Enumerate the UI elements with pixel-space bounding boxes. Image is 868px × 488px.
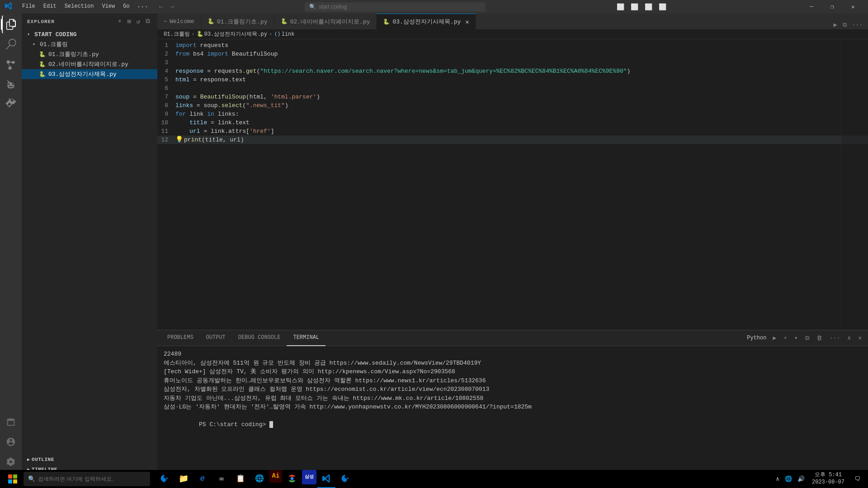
new-file-button[interactable]: + (116, 17, 123, 26)
terminal-run-button[interactable]: ▶ (770, 333, 779, 343)
taskbar-app-edge[interactable] (156, 470, 174, 488)
menu-file[interactable]: File (19, 2, 39, 11)
terminal-line-6: 삼성·LG는 '자동차' 현대차는 '전자'…탈영역 가속 http://www… (164, 403, 862, 412)
taskbar-clock[interactable]: 오후 5:41 2023-08-07 (808, 472, 848, 486)
line-number-7: 7 (157, 93, 175, 101)
activity-account[interactable] (2, 433, 20, 451)
py-tab-icon-1: 🐍 (281, 18, 288, 25)
layout-btn-1[interactable]: ⬜ (614, 2, 627, 12)
terminal-trash-button[interactable]: 🗑 (814, 333, 825, 343)
taskbar-app-vscode[interactable] (317, 470, 335, 488)
taskbar-app-ie[interactable]: e (193, 470, 212, 488)
code-line-1: 1 import requests (157, 41, 868, 50)
breadcrumb-part-0[interactable]: 01.크롤링 (164, 30, 190, 38)
menu-edit[interactable]: Edit (40, 2, 60, 11)
breadcrumb-separator-1: › (269, 31, 272, 38)
terminal-maximize-button[interactable]: ∧ (844, 333, 854, 343)
menu-bar: File Edit Selection View Go ··· (19, 2, 151, 11)
svg-rect-0 (8, 474, 12, 479)
tab-terminal[interactable]: TERMINAL (287, 330, 326, 346)
layout-btn-2[interactable]: ⬜ (628, 2, 641, 12)
menu-selection[interactable]: Selection (61, 2, 98, 11)
breadcrumb-part-1[interactable]: 🐍03.삼성전자기사제목.py (197, 30, 267, 38)
python-file-icon-1: 🐍 (39, 61, 46, 68)
taskbar-volume-icon[interactable]: 🔊 (796, 474, 807, 484)
new-folder-button[interactable]: ⊞ (125, 17, 132, 26)
taskbar-app-chrome[interactable] (283, 470, 301, 488)
vscode-logo-icon (5, 2, 13, 12)
code-editor[interactable]: 1 import requests 2 from bs4 import Beau… (157, 39, 868, 330)
tab-debug-console[interactable]: DEBUG CONSOLE (232, 330, 287, 346)
file-item-1[interactable]: 🐍 02.네이버를시작페이지로.py (22, 59, 157, 69)
restore-button[interactable]: ❐ (822, 0, 843, 14)
line-content-10: title = link.text (175, 118, 868, 127)
tab-welcome[interactable]: ~ Welcome (157, 14, 201, 29)
tab-file-0[interactable]: 🐍 01.크롤링기초.py (201, 14, 274, 29)
taskbar: 🔍 📁 e ✉ 📋 🌐 Ai 삼성 ∧ 🌐 🔊 오후 5:41 2023-08-… (0, 470, 868, 488)
py-tab-icon-0: 🐍 (208, 18, 214, 25)
terminal-actions: Python ▶ + ▾ ⧉ 🗑 ··· ∧ ✕ (747, 333, 864, 343)
tab-close-button[interactable]: ✕ (465, 18, 469, 26)
taskbar-network-icon[interactable]: 🌐 (783, 474, 794, 484)
outline-section[interactable]: ▶ OUTLINE (22, 455, 157, 465)
breadcrumb-part-2[interactable]: ⟨⟩link (274, 31, 294, 38)
taskbar-search[interactable]: 🔍 (24, 472, 150, 486)
terminal-add-button[interactable]: + (781, 333, 790, 343)
layout-btn-4[interactable]: ⬜ (656, 2, 669, 12)
code-line-12: 12 💡print(title, url) (157, 136, 868, 144)
terminal-dropdown-button[interactable]: ▾ (792, 333, 801, 343)
refresh-button[interactable]: ↺ (135, 17, 142, 26)
taskbar-app-6[interactable]: 🌐 (250, 470, 269, 488)
activity-source-control[interactable] (2, 55, 20, 73)
tab-output[interactable]: OUTPUT (200, 330, 232, 346)
taskbar-app-mail[interactable]: ✉ (212, 470, 231, 488)
collapse-button[interactable]: ⧉ (144, 17, 152, 26)
python-label: Python (747, 335, 766, 341)
start-button[interactable] (4, 470, 22, 488)
taskbar-up-arrow-icon[interactable]: ∧ (774, 474, 781, 484)
activity-extensions[interactable] (2, 95, 20, 113)
taskbar-app-illustrator[interactable]: Ai (269, 470, 282, 483)
file-item-0[interactable]: 🐍 01.크롤링기초.py (22, 49, 157, 59)
menu-more[interactable]: ··· (134, 2, 151, 11)
taskbar-app-5[interactable]: 📋 (231, 470, 250, 488)
sidebar-header: EXPLORER + ⊞ ↺ ⧉ (22, 14, 157, 29)
taskbar-search-input[interactable] (38, 476, 128, 482)
sidebar: EXPLORER + ⊞ ↺ ⧉ ▾ START CODING ▾ 01.크롤링… (22, 14, 157, 474)
activity-settings[interactable] (2, 453, 20, 471)
line-content-8: links = soup.select(".news_tit") (175, 101, 868, 110)
run-button[interactable]: ▶ (832, 20, 839, 29)
file-item-2[interactable]: 🐍 03.삼성전자기사제목.py (22, 69, 157, 79)
forward-button[interactable]: → (167, 2, 176, 11)
split-editor-button[interactable]: ⧉ (841, 21, 849, 29)
tab-label-0: 01.크롤링기초.py (217, 18, 268, 26)
menu-view[interactable]: View (98, 2, 118, 11)
title-search-bar[interactable]: 🔍 (305, 2, 486, 12)
taskbar-app-edge2[interactable] (336, 470, 354, 488)
activity-run-debug[interactable] (2, 75, 20, 93)
tabs-more-button[interactable]: ··· (850, 21, 864, 29)
taskbar-app-explorer[interactable]: 📁 (175, 470, 193, 488)
line-number-1: 1 (157, 41, 175, 50)
minimize-button[interactable]: — (801, 0, 822, 14)
terminal-content[interactable]: 22489 에스티아이, 삼성전자에 511억 원 규모 반도체 장비 공급 h… (157, 346, 868, 474)
tab-file-1[interactable]: 🐍 02.네이버를시작페이지로.py (274, 14, 377, 29)
code-line-8: 8 links = soup.select(".news_tit") (157, 101, 868, 110)
layout-btn-3[interactable]: ⬜ (642, 2, 655, 12)
back-button[interactable]: ← (156, 2, 165, 11)
activity-testing[interactable] (2, 413, 20, 431)
terminal-close-button[interactable]: ✕ (855, 333, 864, 343)
close-button[interactable]: ✕ (843, 0, 863, 14)
terminal-split-button[interactable]: ⧉ (802, 333, 812, 343)
activity-search[interactable] (2, 35, 20, 53)
title-search-input[interactable] (319, 4, 409, 10)
taskbar-notification-button[interactable]: 🗨 (850, 470, 864, 488)
subfolder[interactable]: ▾ 01.크롤링 (22, 39, 157, 49)
activity-explorer[interactable] (2, 15, 20, 33)
menu-go[interactable]: Go (119, 2, 133, 11)
root-folder[interactable]: ▾ START CODING (22, 29, 157, 39)
terminal-more-button[interactable]: ··· (827, 333, 843, 343)
tab-file-2[interactable]: 🐍 03.삼성전자기사제목.py ✕ (377, 14, 476, 29)
tab-problems[interactable]: PROBLEMS (161, 330, 200, 346)
taskbar-app-samsung-browser[interactable]: 삼성 (302, 470, 316, 484)
